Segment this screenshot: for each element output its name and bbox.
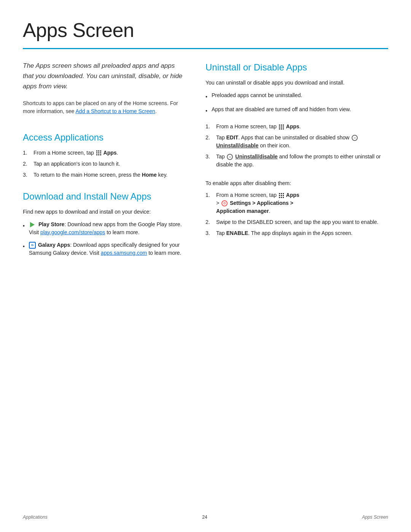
download-install-title: Download and Install New Apps [23, 190, 183, 203]
download-bullet-list: • Play Store: Download new apps from the… [23, 220, 183, 257]
apps-grid-icon [279, 193, 284, 198]
page-footer: Applications 24 Apps Screen [23, 514, 388, 521]
minus-circle-icon: − [352, 135, 358, 141]
list-item: 2. Tap EDIT. Apps that can be uninstalle… [206, 134, 388, 150]
list-item: • Play Store: Download new apps from the… [23, 220, 183, 236]
list-item: 2. Tap an application's icon to launch i… [23, 160, 183, 168]
shortcuts-link[interactable]: Add a Shortcut to a Home Screen [76, 108, 155, 114]
play-store-link[interactable]: play.google.com/store/apps [40, 229, 105, 235]
footer-right: Apps Screen [362, 514, 388, 521]
list-item: 3. Tap − Uninstall/disable and follow th… [206, 153, 388, 169]
list-item: • Preloaded apps cannot be uninstalled. [206, 91, 388, 101]
list-item: 1. From a Home screen, tap Apps. [206, 123, 388, 131]
minus-circle-icon: − [227, 154, 233, 160]
footer-page-number: 24 [202, 514, 207, 521]
uninstall-intro: You can uninstall or disable apps you do… [206, 79, 388, 87]
list-item: 3. Tap ENABLE. The app displays again in… [206, 229, 388, 237]
play-store-icon [29, 221, 36, 228]
intro-italic: The Apps screen shows all preloaded apps… [23, 61, 183, 92]
uninstall-bullets: • Preloaded apps cannot be uninstalled. … [206, 91, 388, 115]
list-item: 3. To return to the main Home screen, pr… [23, 171, 183, 179]
list-item: 1. From a Home screen, tap Apps. [23, 149, 183, 157]
svg-marker-0 [30, 222, 35, 227]
settings-gear-icon: ⚙ [221, 200, 228, 206]
enable-steps: 1. From a Home screen, tap Apps > ⚙ Sett… [206, 191, 388, 237]
page-title: Apps Screen [23, 15, 388, 45]
download-intro: Find new apps to download and install on… [23, 208, 183, 216]
shortcuts-text: Shortcuts to apps can be placed on any o… [23, 99, 183, 115]
enable-section-title: To enable apps after disabling them: [206, 179, 388, 187]
uninstall-steps: 1. From a Home screen, tap Apps. 2. [206, 123, 388, 169]
footer-left: Applications [23, 514, 48, 521]
galaxy-apps-icon: G [29, 242, 36, 249]
access-applications-list: 1. From a Home screen, tap Apps. 2. Tap … [23, 149, 183, 179]
right-column: Uninstall or Disable Apps You can uninst… [206, 61, 388, 265]
apps-grid-icon [279, 125, 284, 129]
list-item: 1. From a Home screen, tap Apps > ⚙ Sett… [206, 191, 388, 215]
list-item: • G Galaxy Apps: Download apps specifica… [23, 241, 183, 257]
uninstall-disable-title: Uninstall or Disable Apps [206, 61, 388, 74]
list-item: 2. Swipe to the DISABLED screen, and tap… [206, 218, 388, 226]
galaxy-apps-link[interactable]: apps.samsung.com [101, 250, 147, 256]
left-column: The Apps screen shows all preloaded apps… [23, 61, 183, 265]
access-applications-title: Access Applications [23, 131, 183, 144]
title-divider [23, 48, 388, 49]
list-item: • Apps that are disabled are turned off … [206, 105, 388, 115]
apps-grid-icon [96, 150, 101, 155]
